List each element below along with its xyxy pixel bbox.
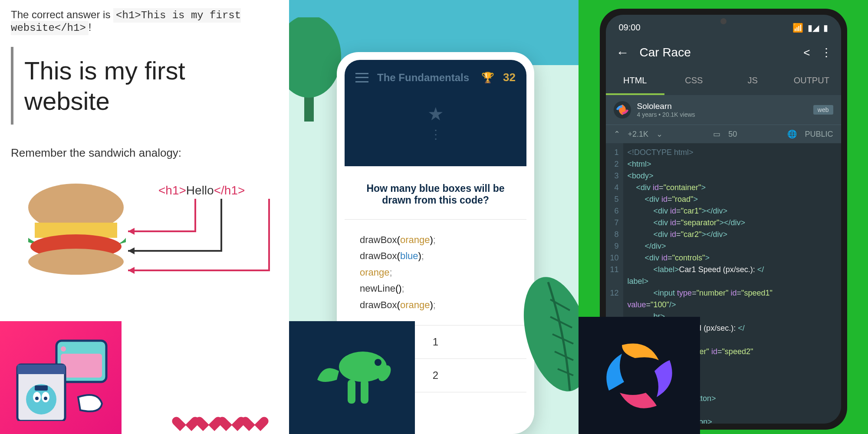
- tab-html[interactable]: HTML: [606, 68, 665, 95]
- remember-text: Remember the sandwich analogy:: [11, 146, 278, 160]
- visibility-label: PUBLIC: [805, 130, 833, 139]
- back-icon[interactable]: ←: [616, 45, 629, 60]
- globe-icon: 🌐: [787, 129, 797, 139]
- svg-point-16: [44, 397, 47, 400]
- code-snippet: drawBox(orange);drawBox(blue);orange;new…: [345, 220, 526, 325]
- svg-point-15: [35, 397, 39, 400]
- sololearn-panel: 09:00 📶 ▮◢ ▮ ← Car Race < ⋮ HTMLCSSJSOUT…: [579, 0, 868, 434]
- dots-icon: ⋮: [430, 132, 442, 138]
- tab-js[interactable]: JS: [723, 68, 783, 95]
- lesson-header: The Fundamentals 🏆 32 ★ ⋮: [345, 60, 526, 166]
- heart-icon: [201, 411, 217, 427]
- heart-icon: [178, 411, 194, 427]
- arrows-diagram: [119, 192, 276, 288]
- comment-count: 50: [728, 130, 737, 139]
- svg-rect-23: [348, 380, 355, 404]
- star-icon: ★: [427, 103, 444, 125]
- upvote-icon[interactable]: ⌃: [614, 129, 620, 139]
- svg-point-22: [375, 359, 381, 366]
- question-text: How many blue boxes will be drawn from t…: [345, 166, 526, 220]
- tabs-row: HTMLCSSJSOUTPUT: [606, 68, 841, 95]
- camera-icon: [720, 18, 727, 24]
- heart-icon: [247, 411, 263, 427]
- svg-point-3: [28, 249, 124, 275]
- menu-icon[interactable]: [355, 73, 368, 82]
- meta-sub: 4 years • 20.1K views: [637, 111, 807, 118]
- vote-count: +2.1K: [628, 130, 649, 139]
- status-time: 09:00: [619, 23, 641, 33]
- tab-output[interactable]: OUTPUT: [782, 68, 841, 95]
- svg-marker-6: [128, 267, 135, 274]
- battery-icon: ▮: [823, 23, 828, 33]
- burger-icon: [20, 181, 132, 277]
- sololearn-app-icon: [579, 317, 700, 434]
- svg-marker-5: [128, 247, 135, 254]
- lesson-title: The Fundamentals: [377, 72, 473, 84]
- trophy-count: 32: [503, 71, 516, 84]
- comment-icon[interactable]: ▭: [713, 129, 720, 139]
- share-icon[interactable]: <: [803, 46, 810, 59]
- page-title: Car Race: [640, 46, 793, 59]
- svg-rect-9: [61, 346, 66, 352]
- author-avatar[interactable]: [614, 101, 631, 118]
- downvote-icon[interactable]: ⌄: [656, 129, 663, 139]
- answer-text: The correct answer is <h1>This is my fir…: [11, 9, 278, 34]
- project-meta: Sololearn 4 years • 20.1K views web: [606, 95, 841, 125]
- svg-marker-4: [128, 228, 135, 235]
- svg-rect-8: [61, 354, 102, 378]
- grasshopper-panel: The Fundamentals 🏆 32 ★ ⋮ How many blue …: [289, 0, 579, 434]
- mimo-app-icon: [0, 321, 122, 434]
- heart-icon: [224, 411, 240, 427]
- author-name: Sololearn: [637, 102, 807, 111]
- rendered-heading: This is my first website: [11, 47, 278, 125]
- app-bar: ← Car Race < ⋮: [606, 37, 841, 68]
- svg-point-19: [289, 17, 341, 98]
- signal-icon: ▮◢: [808, 23, 819, 33]
- vote-bar: ⌃ +2.1K ⌄ ▭ 50 🌐 PUBLIC: [606, 125, 841, 143]
- tab-css[interactable]: CSS: [664, 68, 723, 95]
- mimo-panel: The correct answer is <h1>This is my fir…: [0, 0, 289, 434]
- sandwich-diagram: <h1>Hello</h1>: [11, 177, 278, 299]
- leaf-decoration: [509, 269, 579, 399]
- platform-badge: web: [813, 105, 833, 115]
- wifi-icon: 📶: [792, 23, 803, 33]
- trophy-icon: 🏆: [481, 72, 494, 84]
- hearts-row: [178, 411, 263, 427]
- svg-rect-17: [35, 385, 48, 391]
- more-icon[interactable]: ⋮: [821, 46, 831, 59]
- svg-rect-11: [17, 365, 65, 374]
- svg-rect-24: [361, 380, 368, 404]
- grasshopper-app-icon: [289, 321, 415, 434]
